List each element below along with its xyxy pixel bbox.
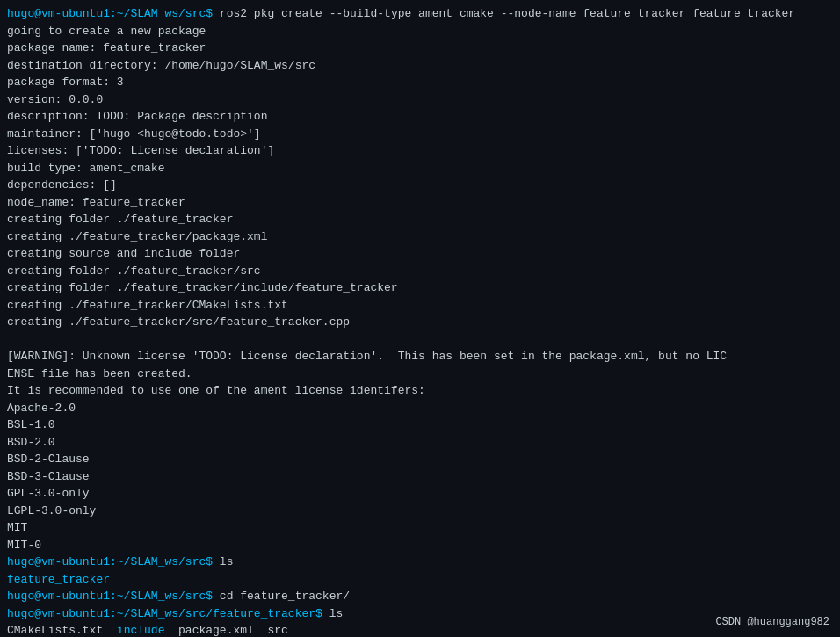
line-ls2-prompt: hugo@vm-ubuntu1:~/SLAM_ws/src/feature_tr…	[7, 605, 833, 623]
line-bsl: BSL-1.0	[7, 416, 833, 434]
line-mit: MIT	[7, 519, 833, 537]
prompt-cd: hugo@vm-ubuntu1:~/SLAM_ws/src$	[7, 590, 213, 603]
line-warning1: [WARNING]: Unknown license 'TODO: Licens…	[7, 348, 833, 366]
line-warning2: ENSE file has been created.	[7, 366, 833, 383]
line-lgpl: LGPL-3.0-only	[7, 503, 833, 520]
line-5: package format: 3	[7, 74, 833, 91]
line-17: creating folder ./feature_tracker/includ…	[7, 279, 833, 297]
line-2: going to create a new package	[7, 23, 833, 40]
line-ls2-output: CMakeLists.txt include package.xml src	[7, 622, 833, 637]
line-mit0: MIT-0	[7, 537, 833, 554]
line-feature-tracker: feature_tracker	[7, 571, 833, 589]
watermark: CSDN @huanggang982	[715, 614, 829, 630]
line-18: creating ./feature_tracker/CMakeLists.tx…	[7, 297, 833, 315]
line-blank	[7, 331, 833, 349]
line-1: hugo@vm-ubuntu1:~/SLAM_ws/src$ ros2 pkg …	[7, 5, 833, 23]
line-ls-prompt: hugo@vm-ubuntu1:~/SLAM_ws/src$ ls	[7, 554, 833, 571]
line-gpl: GPL-3.0-only	[7, 485, 833, 503]
line-3: package name: feature_tracker	[7, 40, 833, 57]
line-bsd3c: BSD-3-Clause	[7, 468, 833, 486]
include-dir: include	[117, 624, 165, 637]
feature-tracker-text: feature_tracker	[7, 573, 110, 586]
line-warning3: It is recommended to use one of the amen…	[7, 382, 833, 400]
line-15: creating source and include folder	[7, 245, 833, 263]
line-7: description: TODO: Package description	[7, 108, 833, 126]
line-12: node_name: feature_tracker	[7, 194, 833, 212]
line-8: maintainer: ['hugo <hugo@todo.todo>']	[7, 126, 833, 143]
line-bsd2: BSD-2.0	[7, 434, 833, 452]
line-cd-prompt: hugo@vm-ubuntu1:~/SLAM_ws/src$ cd featur…	[7, 588, 833, 605]
line-4: destination directory: /home/hugo/SLAM_w…	[7, 57, 833, 75]
prompt-ls: hugo@vm-ubuntu1:~/SLAM_ws/src$	[7, 555, 213, 568]
line-6: version: 0.0.0	[7, 91, 833, 109]
line-19: creating ./feature_tracker/src/feature_t…	[7, 314, 833, 331]
line-16: creating folder ./feature_tracker/src	[7, 263, 833, 280]
prompt-ls2: hugo@vm-ubuntu1:~/SLAM_ws/src/feature_tr…	[7, 607, 322, 620]
line-bsd2c: BSD-2-Clause	[7, 451, 833, 468]
line-11: dependencies: []	[7, 177, 833, 194]
terminal: hugo@vm-ubuntu1:~/SLAM_ws/src$ ros2 pkg …	[0, 0, 840, 637]
line-9: licenses: ['TODO: License declaration']	[7, 142, 833, 160]
line-14: creating ./feature_tracker/package.xml	[7, 228, 833, 246]
prompt-1: hugo@vm-ubuntu1:~/SLAM_ws/src$	[7, 7, 213, 20]
src-dir: src	[267, 624, 287, 637]
line-10: build type: ament_cmake	[7, 160, 833, 177]
line-13: creating folder ./feature_tracker	[7, 211, 833, 228]
line-apache: Apache-2.0	[7, 400, 833, 417]
